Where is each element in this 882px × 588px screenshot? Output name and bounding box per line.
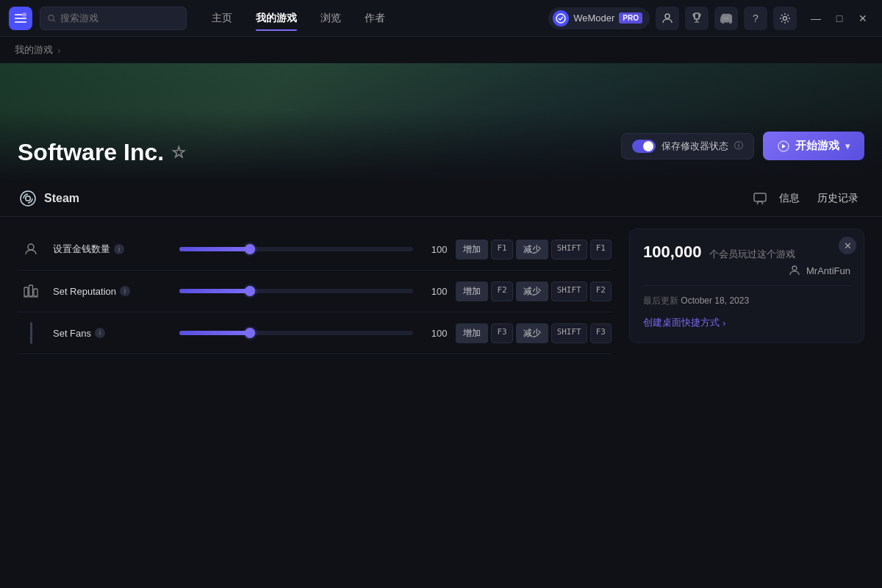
game-title-area: Software Inc. ☆ [18, 139, 621, 166]
save-state-toggle[interactable] [632, 140, 656, 153]
update-prefix: 最后更新 [643, 295, 678, 306]
play-count-label: 个会员玩过这个游戏 [709, 248, 795, 259]
platform-actions: 信息 历史记录 [753, 189, 864, 208]
slider-value-money: 100 [420, 244, 447, 255]
dec-key1-fans: SHIFT [551, 323, 587, 343]
mod-info-dot-reputation[interactable]: i [120, 286, 130, 296]
increase-reputation-btn[interactable]: 增加 [456, 282, 488, 301]
decrease-reputation-label: 减少 [523, 285, 541, 298]
chat-icon-btn[interactable] [753, 191, 767, 206]
close-btn[interactable]: ✕ [853, 8, 873, 29]
shortcut-label: 创建桌面快捷方式 [643, 316, 720, 329]
help-icon-btn[interactable]: ? [744, 7, 767, 30]
mod-info-dot-fans[interactable]: i [95, 328, 105, 338]
game-title: Software Inc. ☆ [18, 139, 621, 166]
decrease-fans-btn[interactable]: 减少 [516, 323, 548, 343]
slider-area-reputation: 100 [179, 286, 447, 297]
hero-section: Software Inc. ☆ 保存修改器状态 ⓘ 开始游戏 ▾ [0, 63, 882, 181]
mods-panel: 设置金钱数量 i 100 增加 F1 减少 SHIFT [18, 229, 612, 354]
increase-money-label: 增加 [463, 243, 481, 256]
minimize-btn[interactable]: — [806, 8, 826, 29]
decrease-money-label: 减少 [523, 243, 541, 256]
breadcrumb: 我的游戏 › [0, 37, 882, 63]
user-badge[interactable]: WeModer PRO [548, 7, 650, 29]
title-bar: 主页 我的游戏 浏览 作者 WeModer PRO [0, 0, 882, 37]
mod-icon-reputation [18, 278, 44, 304]
mod-label-text-reputation: Set Reputation [53, 286, 116, 297]
window-controls: — □ ✕ [806, 8, 873, 29]
platform-name: Steam [44, 192, 747, 205]
platform-bar: Steam 信息 历史记录 [0, 181, 882, 217]
slider-thumb-reputation[interactable] [245, 286, 255, 296]
decrease-reputation-btn[interactable]: 减少 [516, 282, 548, 301]
svg-rect-15 [34, 289, 37, 296]
nav-author[interactable]: 作者 [354, 7, 395, 29]
svg-rect-14 [29, 285, 33, 296]
profile-icon-btn[interactable] [656, 7, 679, 30]
svg-point-6 [784, 16, 787, 20]
fans-line-icon [30, 322, 32, 344]
mod-row-money: 设置金钱数量 i 100 增加 F1 减少 SHIFT [18, 229, 612, 270]
maximize-btn[interactable]: □ [829, 8, 850, 29]
game-title-text: Software Inc. [18, 139, 164, 166]
info-tab[interactable]: 信息 [773, 189, 806, 208]
mod-icon-fans [18, 320, 44, 346]
mod-label-text-money: 设置金钱数量 [53, 243, 110, 256]
nav-browse[interactable]: 浏览 [310, 7, 351, 29]
slider-value-fans: 100 [420, 328, 447, 339]
mod-icon-money [18, 236, 44, 262]
create-shortcut-link[interactable]: 创建桌面快捷方式 › [643, 316, 850, 329]
hero-content: Software Inc. ☆ 保存修改器状态 ⓘ 开始游戏 ▾ [0, 63, 882, 181]
save-state-button[interactable]: 保存修改器状态 ⓘ [621, 133, 754, 159]
save-state-label: 保存修改器状态 [662, 140, 728, 153]
dec-key2-money: F1 [590, 240, 612, 259]
slider-track-reputation [179, 289, 413, 293]
history-tab[interactable]: 历史记录 [811, 189, 864, 208]
mod-label-money: 设置金钱数量 i [53, 243, 171, 256]
title-bar-right: WeModer PRO ? [548, 7, 873, 30]
slider-fill-fans [179, 331, 250, 335]
slider-track-fans [179, 331, 413, 335]
update-row: 最后更新 October 18, 2023 [643, 295, 850, 307]
steam-icon [18, 188, 38, 209]
close-panel-btn[interactable]: ✕ [839, 237, 856, 254]
start-game-button[interactable]: 开始游戏 ▾ [763, 132, 864, 160]
discord-icon-btn[interactable] [714, 7, 738, 30]
breadcrumb-sep: › [57, 45, 60, 56]
settings-icon-btn[interactable] [773, 7, 797, 30]
slider-fill-money [179, 247, 250, 251]
slider-area-fans: 100 [179, 328, 447, 339]
svg-point-12 [28, 244, 34, 250]
breadcrumb-my-games[interactable]: 我的游戏 [15, 43, 53, 57]
slider-thumb-fans[interactable] [245, 328, 255, 338]
mod-label-reputation: Set Reputation i [53, 286, 171, 297]
search-input[interactable] [60, 12, 179, 24]
mod-row-fans: Set Fans i 100 增加 F3 减少 SHIFT [18, 312, 612, 354]
svg-point-16 [792, 266, 797, 270]
decrease-fans-label: 减少 [523, 327, 541, 340]
mod-label-area-money: 设置金钱数量 i [53, 243, 171, 256]
search-icon [48, 14, 56, 23]
author-name: MrAntiFun [806, 265, 850, 276]
shortcut-arrow-icon: › [723, 318, 725, 329]
decrease-money-btn[interactable]: 减少 [516, 240, 548, 259]
trophy-icon-btn[interactable] [685, 7, 709, 30]
mod-row-reputation: Set Reputation i 100 增加 F2 减少 SHI [18, 270, 612, 312]
slider-thumb-money[interactable] [245, 244, 255, 254]
nav-my-games[interactable]: 我的游戏 [245, 7, 307, 29]
increase-fans-label: 增加 [463, 327, 481, 340]
slider-fill-reputation [179, 289, 250, 293]
dec-key1-reputation: SHIFT [551, 282, 587, 301]
increase-money-btn[interactable]: 增加 [456, 240, 488, 259]
search-box[interactable] [40, 7, 187, 30]
app-logo[interactable] [9, 7, 32, 30]
save-state-info-icon[interactable]: ⓘ [734, 140, 743, 152]
inc-key-reputation: F2 [491, 282, 512, 301]
pro-badge: PRO [619, 12, 642, 24]
nav-home[interactable]: 主页 [201, 7, 243, 29]
increase-fans-btn[interactable]: 增加 [456, 323, 488, 343]
favorite-star-icon[interactable]: ☆ [171, 143, 186, 162]
play-count-row: 100,000 个会员玩过这个游戏 [643, 243, 850, 262]
svg-rect-13 [24, 287, 28, 296]
mod-info-dot-money[interactable]: i [114, 244, 124, 254]
